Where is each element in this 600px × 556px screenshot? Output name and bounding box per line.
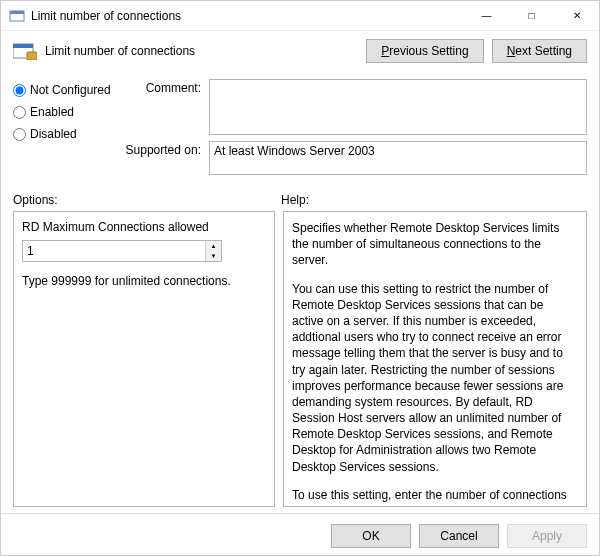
supported-label: Supported on: (121, 141, 209, 175)
cancel-button[interactable]: Cancel (419, 524, 499, 548)
options-label: Options: (13, 193, 281, 207)
radio-label: Disabled (30, 127, 77, 141)
radio-not-configured[interactable]: Not Configured (13, 83, 113, 97)
options-panel: RD Maximum Connections allowed ▲ ▼ Type … (13, 211, 275, 507)
radio-not-configured-input[interactable] (13, 84, 26, 97)
radio-disabled-input[interactable] (13, 128, 26, 141)
svg-rect-3 (13, 44, 33, 48)
close-button[interactable]: ✕ (554, 1, 599, 30)
radio-enabled-input[interactable] (13, 106, 26, 119)
previous-setting-button[interactable]: Previous Setting (366, 39, 483, 63)
window-title: Limit number of connections (31, 9, 464, 23)
minimize-button[interactable]: — (464, 1, 509, 30)
next-setting-button[interactable]: Next Setting (492, 39, 587, 63)
help-paragraph: You can use this setting to restrict the… (292, 281, 578, 475)
apply-button[interactable]: Apply (507, 524, 587, 548)
help-panel: Specifies whether Remote Desktop Service… (283, 211, 587, 507)
dialog-footer: OK Cancel Apply (1, 513, 599, 556)
spinner-up-icon[interactable]: ▲ (206, 241, 221, 251)
max-connections-spinner[interactable]: ▲ ▼ (22, 240, 222, 262)
help-paragraph: To use this setting, enter the number of… (292, 487, 578, 507)
option-field-label: RD Maximum Connections allowed (22, 220, 266, 234)
supported-on-text: At least Windows Server 2003 (214, 144, 375, 158)
radio-enabled[interactable]: Enabled (13, 105, 113, 119)
comment-label: Comment: (121, 79, 209, 135)
help-label: Help: (281, 193, 309, 207)
help-paragraph: Specifies whether Remote Desktop Service… (292, 220, 578, 269)
spinner-down-icon[interactable]: ▼ (206, 251, 221, 261)
comment-input[interactable] (209, 79, 587, 135)
svg-rect-4 (27, 52, 37, 60)
radio-label: Not Configured (30, 83, 111, 97)
option-hint: Type 999999 for unlimited connections. (22, 274, 266, 288)
app-icon (9, 8, 25, 24)
policy-title: Limit number of connections (45, 44, 366, 58)
svg-rect-1 (10, 11, 24, 14)
supported-on-box: At least Windows Server 2003 (209, 141, 587, 175)
radio-label: Enabled (30, 105, 74, 119)
ok-button[interactable]: OK (331, 524, 411, 548)
policy-icon (13, 41, 37, 61)
title-bar: Limit number of connections — □ ✕ (1, 1, 599, 31)
max-connections-input[interactable] (23, 241, 205, 261)
maximize-button[interactable]: □ (509, 1, 554, 30)
radio-disabled[interactable]: Disabled (13, 127, 113, 141)
state-radio-group: Not Configured Enabled Disabled (13, 79, 113, 181)
